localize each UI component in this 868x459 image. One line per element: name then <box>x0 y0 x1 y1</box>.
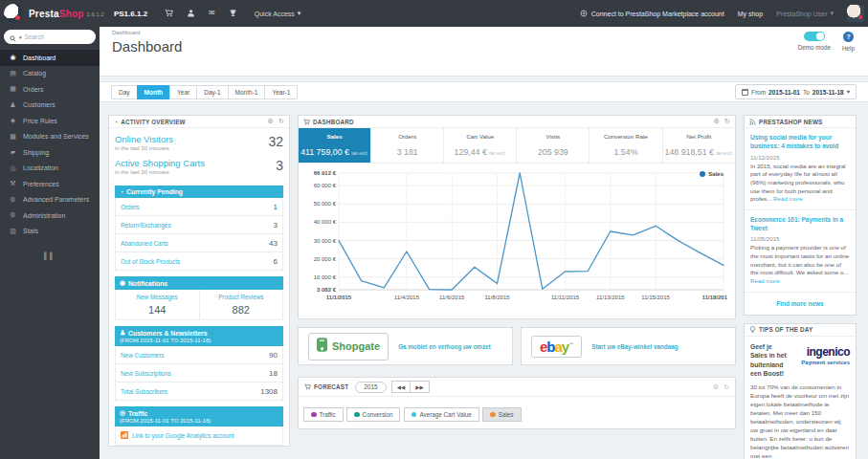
kpi-net-profit[interactable]: Net Profit148 918,51 € tax excl. <box>663 128 735 163</box>
read-more-link[interactable]: Read more <box>773 195 803 202</box>
page-title: Dashboard <box>112 38 868 55</box>
search-input[interactable] <box>25 33 80 40</box>
user-avatar[interactable] <box>847 5 864 22</box>
tips-of-the-day-panel: TIPS OF THE DAY ingenico Payment service… <box>744 323 857 459</box>
page-header: Dashboard Dashboard Demo mode ? Help <box>100 27 868 76</box>
collapse-menu-icon[interactable]: ▌▌ <box>0 252 100 259</box>
online-visitors-link[interactable]: Online Visitors <box>115 134 173 144</box>
find-more-news-link[interactable]: Find more news <box>745 293 856 315</box>
kpi-visits[interactable]: Visits205 939 <box>517 128 590 163</box>
sidebar: ▾ ◉Dashboard ▤Catalog ▦Orders ♟Customers… <box>0 27 100 459</box>
shop-name[interactable]: PS1.6.1.2 <box>114 10 147 18</box>
svg-text:3 082 €: 3 082 € <box>317 287 337 293</box>
tab-day-1[interactable]: Day-1 <box>196 85 228 99</box>
sidebar-item-localization[interactable]: ◎Localization <box>0 161 100 177</box>
tab-year[interactable]: Year <box>169 85 197 99</box>
search-scope-caret[interactable]: ▾ <box>19 34 22 40</box>
panel-refresh-icon[interactable]: ↻ <box>724 118 730 125</box>
sidebar-item-orders[interactable]: ▦Orders <box>0 81 100 98</box>
svg-text:30 000 €: 30 000 € <box>314 238 337 244</box>
tip-content[interactable]: ingenico Payment services Geef je Sales … <box>745 337 856 459</box>
read-more-link[interactable]: Read more <box>750 277 780 284</box>
sidebar-item-price-rules[interactable]: ◈Price Rules <box>0 113 100 129</box>
sidebar-item-dashboard[interactable]: ◉Dashboard <box>0 50 100 66</box>
sidebar-item-preferences[interactable]: ⚒Preferences <box>0 176 100 192</box>
panel-refresh-icon[interactable]: ↻ <box>278 118 284 125</box>
sidebar-item-stats[interactable]: ▥Stats <box>0 224 100 240</box>
google-analytics-icon <box>121 431 128 440</box>
svg-text:11/6/2015: 11/6/2015 <box>439 295 465 300</box>
prestashop-logo[interactable] <box>4 4 23 23</box>
chart-legend: Sales <box>700 171 723 177</box>
traffic-dot-icon <box>311 412 317 418</box>
sidebar-item-shipping[interactable]: ▰Shipping <box>0 144 100 161</box>
new-messages-link[interactable]: New Messages <box>118 294 197 300</box>
forecast-toggle-conversion[interactable]: Conversion <box>346 407 400 422</box>
puzzle-icon: ▩ <box>9 133 17 141</box>
sidebar-item-advanced-parameters[interactable]: ⚙Advanced Parameters <box>0 192 100 208</box>
panel-refresh-icon[interactable]: ↻ <box>723 383 729 391</box>
mail-icon[interactable]: ✉ <box>209 10 215 17</box>
ebay-link[interactable]: Start uw eBay-winkel vandaag <box>591 343 678 350</box>
forecast-prev-button[interactable]: ◀◀ <box>391 381 411 393</box>
active-carts-link[interactable]: Active Shopping Carts <box>115 158 205 168</box>
truck-icon: ▰ <box>9 148 17 156</box>
forecast-toggle-traffic[interactable]: Traffic <box>303 407 344 422</box>
forecast-toggle-average-cart-value[interactable]: Average Cart Value <box>404 407 479 422</box>
demo-mode-label: Demo mode <box>798 44 831 51</box>
forecast-next-button[interactable]: ▶▶ <box>410 381 429 393</box>
cart-icon[interactable] <box>165 9 173 19</box>
marketplace-link[interactable]: Connect to PrestaShop Marketplace accoun… <box>580 10 724 18</box>
quick-access-menu[interactable]: Quick Access▾ <box>255 10 301 17</box>
ebay-banner[interactable]: ebay™ Start uw eBay-winkel vandaag <box>521 327 736 365</box>
online-visitors-value: 32 <box>268 134 283 149</box>
google-analytics-link[interactable]: Link to your Google Analytics account <box>115 426 283 446</box>
user-menu[interactable]: PrestaShop User▾ <box>776 10 834 17</box>
panel-settings-icon[interactable]: ⚙ <box>713 383 719 391</box>
user-icon[interactable] <box>187 9 195 19</box>
help-icon[interactable]: ? <box>843 32 854 42</box>
kpi-conversion-rate[interactable]: Conversion Rate1.54% <box>590 128 662 163</box>
sidebar-search[interactable]: ▾ <box>4 30 96 44</box>
wrench-icon: ⚒ <box>9 180 17 187</box>
cart-icon <box>303 119 310 125</box>
news-article: Ecommerce 101: Payments in a Tweet 11/05… <box>745 210 856 293</box>
active-carts-metric: Active Shopping Carts in the last 30 min… <box>115 158 283 180</box>
sidebar-item-customers[interactable]: ♟Customers <box>0 98 100 114</box>
news-article-title[interactable]: Ecommerce 101: Payments in a Tweet <box>750 216 850 233</box>
new-messages-cell: New Messages144 <box>116 290 199 319</box>
breadcrumb[interactable]: Dashboard <box>112 30 868 35</box>
sidebar-item-catalog[interactable]: ▤Catalog <box>0 66 100 82</box>
news-article-title[interactable]: Using social media for your business: 4 … <box>750 134 850 151</box>
forecast-year-button[interactable]: 2015 <box>355 382 386 393</box>
tab-day[interactable]: Day <box>111 85 138 99</box>
kpi-cart-value[interactable]: Cart Value129,44 € tax excl. <box>444 128 517 163</box>
forecast-toggle-sales[interactable]: Sales <box>482 407 521 422</box>
tab-month-1[interactable]: Month-1 <box>228 85 266 99</box>
tip-body: 30 tot 70% van de consumenten in Europa … <box>750 383 850 459</box>
sidebar-item-administration[interactable]: ⚙Administration <box>0 208 100 224</box>
row-total-subscribers: Total Subscribers1308 <box>115 382 283 401</box>
shopgate-banner[interactable]: Shopgate Ga mobiel en verhoog uw omzet <box>298 327 513 365</box>
kpi-orders[interactable]: Orders3 181 <box>371 128 444 163</box>
trophy-icon[interactable] <box>229 9 237 19</box>
ingenico-logo: ingenico Payment services <box>794 342 850 366</box>
kpi-sales[interactable]: Sales411 759,00 € tax excl. <box>299 128 371 163</box>
lightbulb-icon <box>749 326 756 334</box>
product-reviews-link[interactable]: Product Reviews <box>202 294 281 300</box>
notifications-header: ◉Notifications <box>115 276 283 290</box>
sidebar-item-modules[interactable]: ▩Modules and Services <box>0 129 100 145</box>
panel-settings-icon[interactable]: ⚙ <box>267 118 273 125</box>
panel-settings-icon[interactable]: ⚙ <box>713 118 719 125</box>
svg-text:11/13/2015: 11/13/2015 <box>596 295 625 300</box>
shopgate-link[interactable]: Ga mobiel en verhoog uw omzet <box>398 343 491 350</box>
demo-mode-toggle[interactable] <box>804 32 825 41</box>
tab-month[interactable]: Month <box>137 85 171 99</box>
my-shop-link[interactable]: My shop <box>738 11 763 17</box>
help-label: Help <box>842 45 855 52</box>
svg-text:11/4/2015: 11/4/2015 <box>394 295 420 300</box>
tab-year-1[interactable]: Year-1 <box>264 85 298 99</box>
date-range-picker[interactable]: From2015-11-01 To2015-11-18 ▾ <box>735 84 857 99</box>
forecast-legend: Traffic Conversion Average Cart Value Sa… <box>299 397 735 428</box>
forecast-panel: FORECAST 2015 ◀◀ ▶▶ ⚙ ↻ Traffic Conversi… <box>298 377 736 429</box>
